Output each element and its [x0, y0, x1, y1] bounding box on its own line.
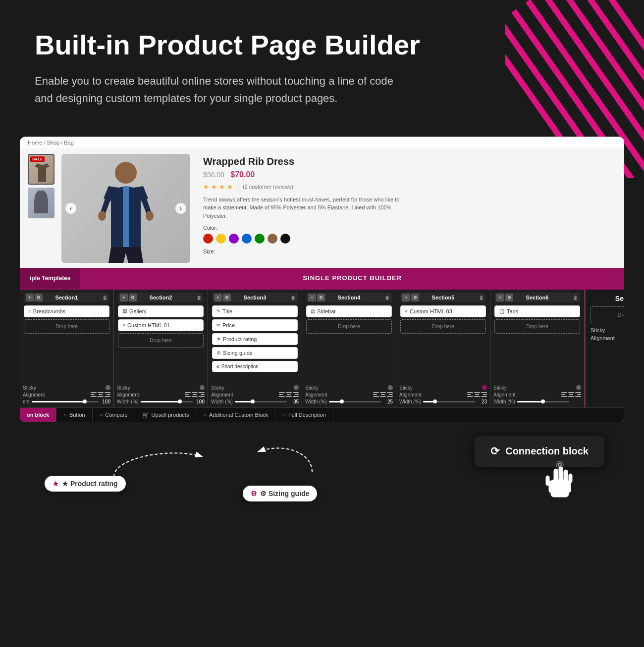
section-5-drop[interactable]: Drop here	[400, 319, 486, 334]
toolbar-full-description[interactable]: ○ Full Description	[275, 408, 333, 422]
section-3-add[interactable]: +	[214, 294, 222, 301]
builder-title: SINGLE PRODUCT BUILDER	[80, 274, 624, 282]
right-panel-sections-label: Sections	[590, 295, 624, 302]
builder-toolbar: iple Templates SINGLE PRODUCT BUILDER	[20, 268, 624, 289]
main-product-image: ‹ ›	[61, 154, 190, 263]
section-2-settings[interactable]: ⚙	[129, 294, 137, 301]
breadcrumb-bar: Home / Shop / Bag	[20, 137, 624, 149]
connection-block-label: Connection block	[505, 446, 589, 457]
block-sidebar[interactable]: ▤ Sidebar	[306, 305, 392, 317]
right-panel-sticky: Sticky	[590, 327, 624, 333]
section-3-delete[interactable]: 🗑	[291, 295, 296, 300]
page-title: Built-in Product Page Builder	[35, 30, 421, 60]
swatch-red[interactable]	[203, 234, 213, 244]
swatch-brown[interactable]	[268, 234, 277, 244]
toolbar-compare[interactable]: ○ Compare	[93, 408, 135, 422]
section-2-actions: + ⚙	[120, 294, 137, 301]
section-4-header: + ⚙ Section4 🗑	[306, 293, 392, 302]
toolbar-additional-custom[interactable]: ○ Additional Custom Block	[196, 408, 275, 422]
svg-point-10	[98, 211, 106, 221]
section-6-settings[interactable]: ⚙	[505, 294, 513, 301]
swatch-blue[interactable]	[242, 234, 252, 244]
section-1-header: + ⚙ Section1 🗑	[24, 293, 109, 302]
section-3-settings[interactable]: ⚙	[223, 294, 231, 301]
section-6-add[interactable]: +	[496, 294, 504, 301]
subtitle: Enable you to create beautiful online st…	[35, 72, 481, 107]
gallery-next[interactable]: ›	[175, 203, 186, 214]
svg-rect-19	[549, 481, 571, 493]
color-swatches	[203, 234, 608, 244]
block-custom-html-03[interactable]: ⋄ Custom HTML 03	[400, 305, 486, 317]
right-panel-alignment: Alignment	[590, 335, 624, 341]
block-gallery[interactable]: 🖼 Gallery	[118, 305, 204, 317]
product-title: Wrapped Rib Dress	[203, 156, 608, 167]
block-product-rating[interactable]: ★ Product rating	[212, 333, 298, 345]
block-short-description[interactable]: ≡ Short description	[212, 361, 298, 372]
section-6-actions: + ⚙	[496, 294, 513, 301]
section-3: + ⚙ Section3 🗑 ✎ Title ✏ Price ★ Product…	[208, 290, 302, 407]
toolbar-on-block[interactable]: on block	[20, 408, 56, 422]
right-panel-drop[interactable]: Drop here	[590, 306, 624, 323]
section-2-delete[interactable]: 🗑	[197, 295, 202, 300]
floating-sizing-guide: ⚙ ⚙ Sizing guide	[243, 486, 317, 501]
toolbar-button[interactable]: ○ Button	[56, 408, 92, 422]
section-4-title: Section4	[338, 295, 361, 300]
product-info: Wrapped Rib Dress $90.00 $70.00 ★ ★ ★ ★ …	[195, 154, 616, 263]
section-5-sticky-toggle[interactable]	[482, 385, 487, 390]
section-5-header: + ⚙ Section5 🗑	[400, 293, 486, 302]
product-rating-label: ★ Product rating	[62, 480, 118, 488]
section-1: + ⚙ Section1 🗑 ≡ Breadcrumbs Drop here S…	[20, 290, 114, 407]
section-4-settings[interactable]: ⚙	[317, 294, 325, 301]
thumb-1: SALE	[28, 154, 54, 185]
block-tabs[interactable]: 📋 Tabs	[494, 305, 580, 317]
section-4-delete[interactable]: 🗑	[385, 295, 390, 300]
section-6-drop[interactable]: Drop here	[494, 319, 580, 334]
section-2-footer: Sticky Alignment Width (%)	[117, 385, 205, 404]
toolbar-upsell[interactable]: 🛒 Upsell products	[135, 408, 197, 422]
block-price[interactable]: ✏ Price	[212, 319, 298, 331]
section-5: + ⚙ Section5 🗑 ⋄ Custom HTML 03 Drop her…	[396, 290, 490, 407]
size-label: Size:	[203, 249, 608, 254]
section-3-title: Section3	[244, 295, 267, 300]
section-2: + ⚙ Section2 🗑 🖼 Gallery ⋄ Custom HTML 0…	[114, 290, 208, 407]
section-1-footer: Sticky Alignment ent	[23, 385, 110, 404]
product-content: SALE	[20, 149, 624, 268]
swatch-green[interactable]	[255, 234, 265, 244]
block-sizing-guide[interactable]: ⚙ Sizing guide	[212, 347, 298, 359]
blocks-toolbar: on block ○ Button ○ Compare 🛒 Upsell pro…	[20, 407, 624, 422]
section-6-header: + ⚙ Section6 🗑	[494, 293, 580, 302]
section-6-delete[interactable]: 🗑	[573, 295, 578, 300]
price-row: $90.00 $70.00	[203, 170, 608, 179]
section-1-delete[interactable]: 🗑	[103, 295, 107, 300]
section-4-footer: Sticky Alignment Width (%)	[305, 385, 393, 404]
swatch-yellow[interactable]	[216, 234, 226, 244]
block-title[interactable]: ✎ Title	[212, 305, 298, 317]
section-1-drop[interactable]: Drop here	[24, 319, 109, 334]
section-4-drop[interactable]: Drop here	[306, 319, 392, 334]
block-breadcrumbs[interactable]: ≡ Breadcrumbs	[24, 305, 109, 317]
hand-cursor	[540, 460, 580, 506]
section-2-add[interactable]: +	[120, 294, 128, 301]
sizing-guide-label: ⚙ Sizing guide	[260, 490, 309, 498]
gallery-prev[interactable]: ‹	[65, 203, 76, 214]
swatch-black[interactable]	[280, 234, 290, 244]
section-1-title: Section1	[55, 295, 78, 300]
section-3-footer: Sticky Alignment Width (%)	[211, 385, 299, 404]
swatch-purple[interactable]	[229, 234, 239, 244]
reviews-count: (2 customer reviews)	[243, 184, 293, 190]
section-1-add[interactable]: +	[26, 294, 34, 301]
builder-sections: + ⚙ Section1 🗑 ≡ Breadcrumbs Drop here S…	[20, 289, 624, 407]
block-custom-html-01[interactable]: ⋄ Custom HTML 01	[118, 319, 204, 331]
svg-rect-9	[123, 186, 129, 248]
section-5-add[interactable]: +	[402, 294, 410, 301]
svg-point-20	[558, 463, 561, 466]
bottom-floating-area: ★ ★ Product rating ⚙ ⚙ Sizing guide ⟳ Co…	[0, 427, 644, 516]
section-4-add[interactable]: +	[308, 294, 316, 301]
section-5-delete[interactable]: 🗑	[479, 295, 484, 300]
header-section: Built-in Product Page Builder Enable you…	[0, 0, 644, 127]
section-5-settings[interactable]: ⚙	[411, 294, 419, 301]
svg-point-8	[115, 162, 137, 184]
section-1-settings[interactable]: ⚙	[35, 294, 43, 301]
section-2-drop[interactable]: Drop here	[118, 333, 204, 348]
svg-rect-15	[559, 467, 563, 483]
